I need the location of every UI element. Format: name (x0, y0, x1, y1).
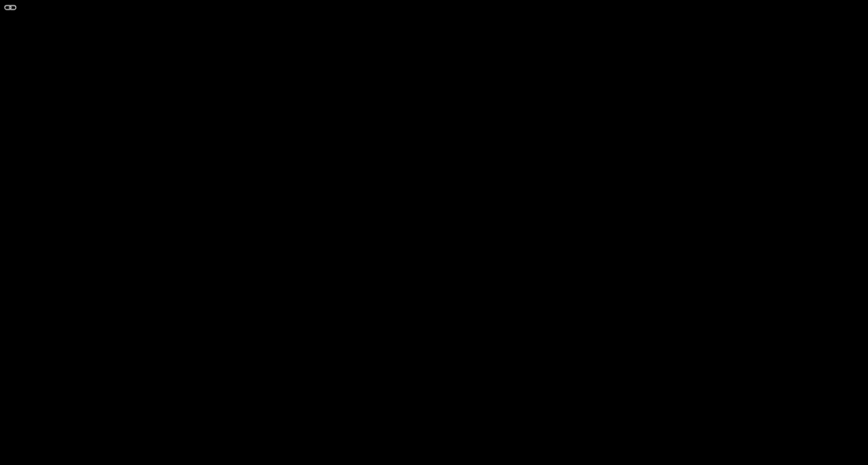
annotation-layer (0, 0, 868, 465)
chart-window (0, 0, 868, 465)
